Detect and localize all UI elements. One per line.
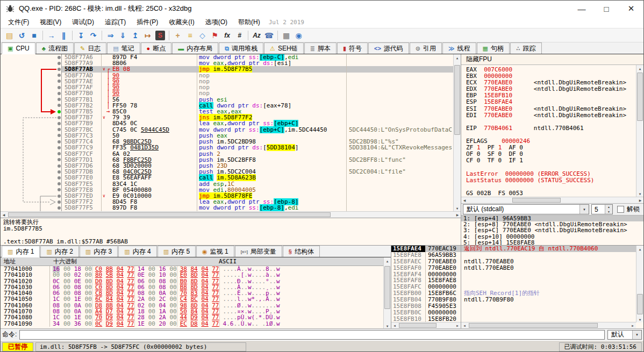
tab-dump-5[interactable]: ▥内存 5 <box>158 246 196 257</box>
chevron-down-icon[interactable]: ▼ <box>579 205 589 214</box>
breakpoint-dot[interactable] <box>56 78 62 84</box>
hide-fpu-button[interactable]: 隐藏FPU <box>466 55 492 64</box>
breakpoint-dot[interactable] <box>56 181 62 187</box>
stack-comment-row[interactable] <box>464 252 643 258</box>
scroll-thumb[interactable] <box>637 73 643 121</box>
scroll-thumb[interactable] <box>384 266 390 309</box>
close-button[interactable]: ✕ <box>619 1 643 17</box>
breakpoint-dot[interactable] <box>56 139 62 145</box>
breakpoint-dot[interactable] <box>56 205 62 211</box>
dump-byte[interactable]: 00 <box>85 320 92 327</box>
breakpoint-dot[interactable] <box>56 103 62 109</box>
scroll-thumb[interactable] <box>399 323 437 328</box>
menu-item[interactable]: 选项(O) <box>200 17 233 27</box>
scroll-down-icon[interactable]: ▼ <box>454 205 461 211</box>
dump-byte[interactable]: D9 <box>106 320 113 327</box>
dump-byte[interactable]: 36 <box>74 320 81 327</box>
arg-count-spinner[interactable]: 5 ▲▼ <box>591 204 613 214</box>
breakpoint-dot[interactable] <box>56 73 62 78</box>
tab-call-stack[interactable]: ⧉调用堆栈 <box>219 42 263 54</box>
tab-seh[interactable]: ⚠SEH链 <box>264 42 304 54</box>
breakpoint-dot[interactable] <box>56 157 62 163</box>
chevron-down-icon[interactable]: ▼ <box>632 331 641 339</box>
tab-handles[interactable]: ▦句柄 <box>477 42 510 54</box>
register-line[interactable]: LastStatus 00000000 (STATUS_SUCCESS) <box>466 177 643 184</box>
stack-comment-row[interactable] <box>464 310 643 316</box>
stack-comment-row[interactable]: ntdll.770B9F80 <box>464 297 643 303</box>
dump-byte[interactable]: 77 <box>127 320 134 327</box>
run-to-user-code-icon[interactable]: ↦ <box>141 30 154 41</box>
disasm-vscrollbar[interactable]: ▲ ▼ <box>453 54 461 211</box>
scroll-down-icon[interactable]: ▼ <box>384 322 391 328</box>
menu-item[interactable]: 视图(V) <box>34 17 67 27</box>
register-line[interactable]: EDI 770EABE0 <ntdll.DbgUiRemoteBreakin> <box>466 112 643 119</box>
menu-item[interactable]: 调试(D) <box>67 17 99 27</box>
register-line[interactable]: GS 002B FS 0053 <box>466 190 643 197</box>
dump-byte[interactable]: EC <box>180 320 187 327</box>
dump-byte[interactable]: 00 <box>169 320 176 327</box>
stack-comment-row[interactable] <box>464 277 643 284</box>
dump-byte[interactable]: 1E <box>138 320 145 327</box>
tab-symbols[interactable]: ▮符号 <box>337 42 368 54</box>
record-trace-icon[interactable]: S <box>155 31 165 40</box>
pause-icon[interactable]: ∥ <box>58 30 70 41</box>
argument-row[interactable]: 3: [esp+C] 770EABE0 <ntdll.DbgUiRemoteBr… <box>461 227 643 233</box>
stack-comment-row[interactable] <box>464 284 643 290</box>
dump-byte[interactable]: 00 <box>148 320 155 327</box>
scroll-thumb[interactable] <box>512 198 561 203</box>
restart-icon[interactable]: ↺ <box>16 30 28 41</box>
scroll-thumb[interactable] <box>637 294 643 314</box>
tab-threads[interactable]: ≫线程 <box>442 42 476 54</box>
tab-trace[interactable]: ∴跟踪 <box>510 42 542 54</box>
dump-byte[interactable]: 0C <box>95 320 102 327</box>
labels-icon[interactable]: ◇ <box>196 30 209 41</box>
open-file-icon[interactable]: ▤ <box>3 30 16 41</box>
menu-item[interactable]: 收藏夹(I) <box>163 17 199 27</box>
scroll-down-icon[interactable]: ▼ <box>636 316 643 322</box>
scroll-left-icon[interactable]: ◀ <box>461 322 468 328</box>
maximize-button[interactable]: □ <box>594 1 619 17</box>
scroll-left-icon[interactable]: ◀ <box>461 197 468 203</box>
tab-memory-map[interactable]: ▬内存布局 <box>172 42 218 54</box>
tab-log[interactable]: ✎日志 <box>74 42 106 54</box>
stack-row[interactable]: 15E8FAF0770EABE0 <box>391 265 461 271</box>
stack-row[interactable]: 15E8FB0C00000000 <box>391 310 461 316</box>
stack-comment-row[interactable] <box>464 271 643 278</box>
stack-comment-row[interactable]: ntdll.770EABE0 <box>464 258 643 265</box>
tab-script[interactable]: ≣脚本 <box>304 42 337 54</box>
breakpoint-dot[interactable] <box>56 114 62 120</box>
breakpoint-dot[interactable] <box>56 84 62 90</box>
breakpoint-dot[interactable] <box>56 175 62 181</box>
functions-icon[interactable]: fx <box>221 30 233 41</box>
tab-notes[interactable]: ▤笔记 <box>107 42 140 54</box>
dump-byte[interactable]: 00 <box>63 320 70 327</box>
tab-references[interactable]: ⊙引用 <box>410 42 442 54</box>
registers-vscrollbar[interactable]: ▲ ▼ <box>636 65 643 197</box>
execute-till-return-icon[interactable]: ↥ <box>129 30 141 41</box>
checkbox-icon[interactable] <box>617 206 624 213</box>
intermodular-calls-icon[interactable]: ☎ <box>263 30 275 41</box>
minimize-button[interactable]: — <box>569 1 594 17</box>
breakpoint-dot[interactable] <box>56 145 62 150</box>
tab-locals[interactable]: [x=]局部变量 <box>235 246 282 257</box>
scroll-thumb[interactable] <box>454 65 460 135</box>
stack-comment-row[interactable]: ntdll.770EABE0 <box>464 265 643 271</box>
dump-byte[interactable]: 20 <box>159 320 166 327</box>
stack-row[interactable]: 15E8FB1015E8FB20 <box>391 316 461 322</box>
patches-icon[interactable]: + <box>171 30 184 41</box>
disasm-row[interactable]: 5D8F77F5897D F8mov dword ptr ss:[ebp-8],… <box>1 205 461 211</box>
dump-byte[interactable]: 04 <box>201 320 208 327</box>
tab-cpu[interactable]: ▣CPU <box>2 42 35 54</box>
stack-row[interactable]: 15E8FAE896A59BB3 <box>391 252 461 258</box>
scroll-right-icon[interactable]: ▶ <box>454 322 461 328</box>
scroll-up-icon[interactable]: ▲ <box>636 246 643 252</box>
scroll-right-icon[interactable]: ▶ <box>629 322 636 328</box>
stack-comment-row[interactable] <box>464 303 643 310</box>
tab-graph[interactable]: ♣流程图 <box>36 42 74 54</box>
dump-row[interactable]: 7704109034 00 36 000C D9 04 771E 00 20 0… <box>1 321 391 327</box>
trace-into-icon[interactable]: ⇒ <box>104 30 117 41</box>
registers-hscrollbar[interactable]: ◀ ▶ <box>461 197 643 203</box>
tab-watch-1[interactable]: ◉监视 1 <box>196 246 234 257</box>
spinner-arrows-icon[interactable]: ▲▼ <box>605 205 612 214</box>
tab-dump-3[interactable]: ▥内存 3 <box>80 246 118 257</box>
